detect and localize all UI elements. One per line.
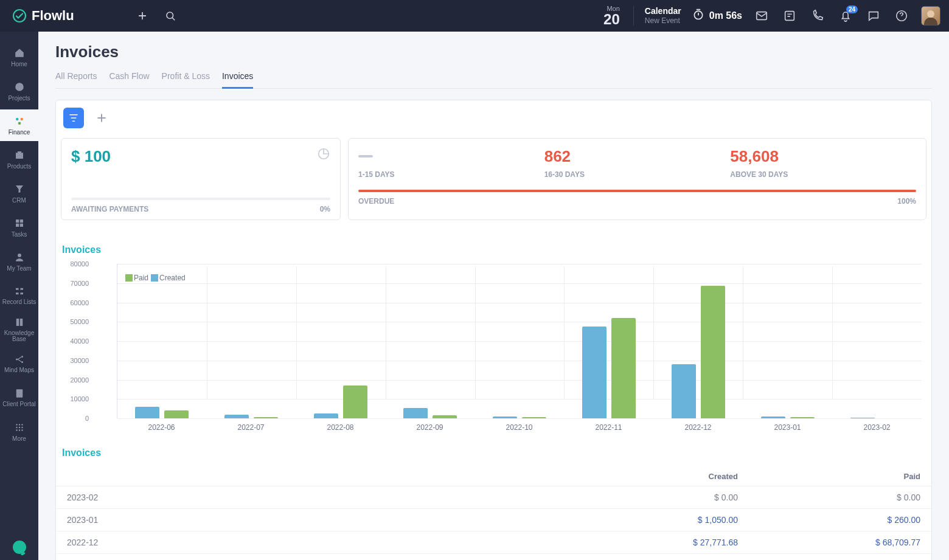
bar-created[interactable] [850,418,875,418]
x-category: 2022-11 [564,423,653,432]
cell-period: 2023-02 [67,493,555,502]
y-tick: 60000 [64,299,89,306]
svg-point-6 [15,83,24,91]
sidebar-label: More [12,435,26,442]
notes-icon[interactable] [781,7,798,24]
tab-all-reports[interactable]: All Reports [55,67,97,88]
svg-rect-23 [18,394,21,395]
bar-created[interactable] [224,415,249,418]
chat-icon[interactable] [865,7,882,24]
phone-icon[interactable] [809,7,826,24]
timer-widget[interactable]: 0m 56s [692,9,742,23]
overdue-card[interactable]: 1-15 DAYS 862 16-30 DAYS 58,608 ABOVE 30… [348,138,926,220]
bar-paid[interactable] [790,417,815,418]
sidebar-label: Record Lists [2,299,36,306]
cell-paid[interactable]: $ 68,709.77 [738,538,920,547]
bar-paid[interactable] [433,415,457,418]
x-category: 2023-01 [743,423,832,432]
awaiting-amount: $ 100 [71,147,330,166]
cell-paid[interactable]: $ 260.00 [738,515,920,525]
svg-point-9 [18,122,21,125]
bar-paid[interactable] [701,286,725,418]
bar-paid[interactable] [164,410,189,418]
report-tabs: All Reports Cash Flow Profit & Loss Invo… [55,67,932,89]
awaiting-progress [71,198,330,200]
bar-created[interactable] [582,327,607,418]
bar-created[interactable] [672,364,696,418]
bar-paid[interactable] [343,385,367,418]
sidebar-item-home[interactable]: Home [0,41,38,73]
mail-icon[interactable] [753,7,770,24]
tab-profit-loss[interactable]: Profit & Loss [162,67,210,88]
top-bar: Flowlu Mon 20 Calendar New Event 0m 56s … [0,0,949,32]
sidebar-item-finance[interactable]: Finance [0,109,38,141]
bar-created[interactable] [403,408,428,418]
sidebar-label: Products [7,163,31,170]
sidebar-label: Client Portal [2,401,35,408]
sidebar-item-more[interactable]: More [0,416,38,448]
sidebar-label: My Team [7,265,31,272]
sidebar-item-myteam[interactable]: My Team [0,246,38,277]
bar-created[interactable] [314,413,338,418]
bar-paid[interactable] [522,417,546,418]
bar-paid[interactable] [611,318,636,418]
y-tick: 70000 [64,280,89,287]
svg-point-21 [21,361,23,363]
global-search-button[interactable] [160,5,181,26]
x-category: 2022-06 [117,423,206,432]
cell-created[interactable]: $ 27,771.68 [555,538,738,547]
invoices-bar-chart: Paid Created 010000200003000040000500006… [56,261,931,438]
add-filter-button[interactable] [91,108,112,128]
table-row[interactable]: 2023-02$ 0.00$ 0.00 [56,486,931,509]
cell-created[interactable]: $ 1,050.00 [555,515,738,525]
sidebar-item-knowledge-base[interactable]: Knowledge Base [0,314,38,345]
overdue-above-30-label: ABOVE 30 DAYS [730,170,916,179]
sidebar-label: Home [11,61,27,67]
table-header: Created Paid [56,465,931,486]
cell-period: 2023-01 [67,515,555,525]
brand-logo[interactable]: Flowlu [12,8,74,24]
bar-paid[interactable] [254,417,278,418]
page-title: Invoices [55,43,932,61]
svg-rect-11 [19,220,23,223]
calendar-quick-link[interactable]: Calendar New Event [645,5,681,26]
global-add-button[interactable] [132,5,153,26]
filter-button[interactable] [63,108,84,128]
svg-point-24 [16,424,17,425]
table-row[interactable]: 2022-12$ 27,771.68$ 68,709.77 [56,531,931,554]
svg-rect-10 [16,220,19,223]
svg-rect-4 [785,12,794,21]
sidebar-chat-launcher[interactable] [0,541,38,554]
x-category: 2022-07 [206,423,296,432]
sidebar-item-client-portal[interactable]: Client Portal [0,382,38,413]
awaiting-pct: 0% [320,205,330,213]
awaiting-payments-card[interactable]: $ 100 AWAITING PAYMENTS 0% [61,138,341,220]
sidebar-item-tasks[interactable]: Tasks [0,212,38,243]
tab-invoices[interactable]: Invoices [222,67,253,89]
y-tick: 40000 [64,337,89,345]
y-tick: 30000 [64,357,89,364]
sidebar-item-crm[interactable]: CRM [0,178,38,209]
bar-created[interactable] [135,407,159,418]
svg-rect-22 [16,389,23,398]
tab-cash-flow[interactable]: Cash Flow [109,67,149,88]
bar-created[interactable] [493,417,517,418]
table-title: Invoices [56,438,931,465]
bar-created[interactable] [761,417,785,418]
table-row[interactable]: 2023-01$ 1,050.00$ 260.00 [56,509,931,531]
bell-icon[interactable]: 24 [837,7,854,24]
today-date[interactable]: Mon 20 [603,5,620,27]
user-avatar[interactable] [921,6,940,26]
y-tick: 50000 [64,318,89,325]
chart-title: Invoices [56,235,931,261]
x-category: 2022-12 [653,423,743,432]
sidebar-item-mind-maps[interactable]: Mind Maps [0,348,38,379]
sidebar-item-projects[interactable]: Projects [0,75,38,107]
overdue-16-30-label: 16-30 DAYS [544,170,731,179]
sidebar-item-record-lists[interactable]: Record Lists [0,280,38,311]
help-icon[interactable] [893,7,910,24]
sidebar-label: CRM [12,197,26,204]
sidebar-item-products[interactable]: Products [0,143,38,175]
overdue-progress [358,190,916,192]
invoices-chart-section: Invoices Paid Created 010000200003000040… [56,235,931,438]
